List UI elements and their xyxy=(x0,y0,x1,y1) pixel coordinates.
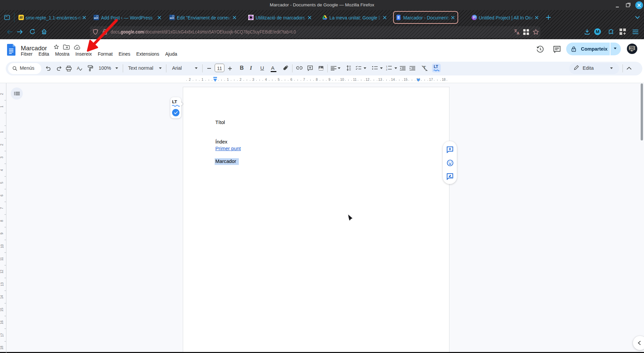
svg-text:15: 15 xyxy=(404,78,408,81)
svg-text:A: A xyxy=(77,66,80,71)
svg-text:1: 1 xyxy=(386,65,387,68)
svg-text:2: 2 xyxy=(239,78,241,81)
svg-text:P: P xyxy=(473,15,476,19)
svg-text:6: 6 xyxy=(290,78,292,81)
svg-text:3: 3 xyxy=(0,156,4,158)
svg-text:6: 6 xyxy=(0,194,4,196)
svg-text:1: 1 xyxy=(202,78,204,81)
svg-text:17: 17 xyxy=(429,78,433,81)
svg-text:M: M xyxy=(596,29,599,34)
svg-text:2: 2 xyxy=(386,68,387,71)
svg-text:8: 8 xyxy=(316,78,318,81)
svg-text:A: A xyxy=(517,31,520,35)
svg-text:2: 2 xyxy=(0,93,4,95)
svg-text:7: 7 xyxy=(0,207,4,209)
svg-text:17: 17 xyxy=(0,333,4,337)
svg-text:3: 3 xyxy=(252,78,254,81)
svg-text:10: 10 xyxy=(0,244,4,248)
svg-text:14: 14 xyxy=(391,78,395,81)
svg-text:18: 18 xyxy=(0,346,4,350)
svg-text:16: 16 xyxy=(0,320,4,325)
svg-text:8: 8 xyxy=(0,220,4,222)
svg-text:13: 13 xyxy=(0,282,4,286)
svg-text:4: 4 xyxy=(265,78,267,81)
svg-text:11: 11 xyxy=(0,257,4,261)
svg-text:2: 2 xyxy=(0,144,4,146)
svg-text:12: 12 xyxy=(0,270,4,274)
svg-text:11: 11 xyxy=(353,78,357,81)
svg-text:9: 9 xyxy=(328,78,330,81)
svg-text:18: 18 xyxy=(442,78,446,81)
svg-text:12: 12 xyxy=(366,78,370,81)
svg-text:10: 10 xyxy=(340,78,344,81)
svg-text:14: 14 xyxy=(0,295,4,299)
svg-text:MGC: MGC xyxy=(94,17,99,19)
svg-text:7: 7 xyxy=(303,78,305,81)
svg-text:9: 9 xyxy=(0,233,4,235)
svg-text:1: 1 xyxy=(0,106,4,108)
svg-text:13: 13 xyxy=(378,78,382,81)
svg-text:MGC: MGC xyxy=(170,17,175,19)
svg-text:4: 4 xyxy=(0,169,4,171)
svg-text:5: 5 xyxy=(278,78,280,81)
svg-text:MGC: MGC xyxy=(629,47,634,49)
svg-text:1: 1 xyxy=(0,131,4,133)
svg-text:5: 5 xyxy=(0,182,4,184)
svg-text:1: 1 xyxy=(227,78,229,81)
svg-text:15: 15 xyxy=(0,308,4,312)
svg-text:2: 2 xyxy=(189,78,191,81)
